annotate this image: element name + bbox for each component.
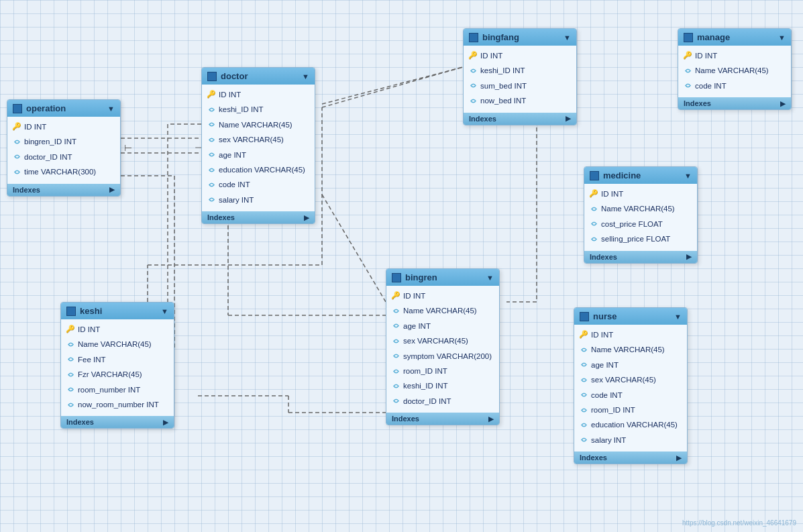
fk-icon <box>392 382 400 390</box>
field-text: code INT <box>591 389 623 401</box>
pk-icon: 🔑 <box>13 123 21 131</box>
table-icon <box>580 312 589 321</box>
fk-icon <box>13 168 21 176</box>
field-row: Name VARCHAR(45) <box>61 337 174 352</box>
field-row: Name VARCHAR(45) <box>202 117 315 132</box>
indexes-label: Indexes <box>392 415 419 423</box>
field-text: Name VARCHAR(45) <box>695 64 769 76</box>
fk-icon <box>392 322 400 330</box>
field-text: Fzr VARCHAR(45) <box>78 368 142 380</box>
table-bingfang: bingfang▼🔑ID INTkeshi_ID INTsum_bed INTn… <box>463 28 577 125</box>
field-text: bingren_ID INT <box>24 136 76 148</box>
table-nurse: nurse▼🔑ID INTName VARCHAR(45)age INTsex … <box>574 307 688 464</box>
table-header-operation[interactable]: operation▼ <box>7 100 120 117</box>
table-header-manage[interactable]: manage▼ <box>678 29 791 46</box>
table-header-nurse[interactable]: nurse▼ <box>574 308 687 325</box>
field-row: sex VARCHAR(45) <box>202 132 315 147</box>
table-title-nurse: nurse <box>593 311 617 321</box>
fk-icon <box>590 205 598 213</box>
field-text: age INT <box>219 149 246 161</box>
field-row: 🔑ID INT <box>61 322 174 337</box>
field-text: Name VARCHAR(45) <box>403 305 477 317</box>
field-text: Name VARCHAR(45) <box>601 203 675 215</box>
table-title-doctor: doctor <box>221 71 248 81</box>
header-arrow-icon: ▼ <box>302 72 309 81</box>
field-text: keshi_ID INT <box>480 64 525 76</box>
field-text: keshi_ID INT <box>219 103 263 115</box>
fk-icon <box>392 352 400 360</box>
field-row: education VARCHAR(45) <box>202 162 315 177</box>
fk-icon <box>580 436 588 444</box>
table-header-medicine[interactable]: medicine▼ <box>584 167 697 184</box>
field-text: room_number INT <box>78 384 140 396</box>
field-row: sex VARCHAR(45) <box>574 372 687 387</box>
field-row: doctor_ID INT <box>386 394 499 409</box>
field-row: code INT <box>574 388 687 403</box>
fk-icon <box>13 138 21 146</box>
svg-line-10 <box>322 195 386 302</box>
indexes-label: Indexes <box>590 253 617 261</box>
field-row: keshi_ID INT <box>464 63 576 78</box>
table-title-operation: operation <box>26 103 66 113</box>
watermark: https://blog.csdn.net/weixin_46641679 <box>682 519 796 527</box>
indexes-row-nurse[interactable]: Indexes▶ <box>574 451 687 464</box>
field-text: code INT <box>695 80 727 92</box>
table-header-bingren[interactable]: bingren▼ <box>386 269 499 286</box>
field-row: 🔑ID INT <box>464 48 576 63</box>
field-text: Fee INT <box>78 354 106 366</box>
table-icon <box>684 33 693 42</box>
field-text: education VARCHAR(45) <box>591 419 678 431</box>
fk-icon <box>590 220 598 228</box>
field-text: sum_bed INT <box>480 80 527 92</box>
fk-icon <box>207 166 215 174</box>
table-title-manage: manage <box>697 32 730 42</box>
indexes-row-bingfang[interactable]: Indexes▶ <box>464 113 576 125</box>
fk-icon <box>66 341 74 349</box>
field-text: ID INT <box>78 323 100 335</box>
field-text: salary INT <box>219 194 254 206</box>
field-text: room_ID INT <box>591 404 635 416</box>
table-header-bingfang[interactable]: bingfang▼ <box>464 29 576 46</box>
field-row: 🔑ID INT <box>202 87 315 102</box>
header-arrow-icon: ▼ <box>486 274 494 282</box>
field-row: Name VARCHAR(45) <box>386 303 499 318</box>
field-text: time VARCHAR(300) <box>24 166 96 178</box>
fk-icon <box>469 82 477 90</box>
field-row: room_ID INT <box>574 403 687 417</box>
field-row: code INT <box>678 78 791 93</box>
field-row: cost_price FLOAT <box>584 217 697 231</box>
fk-icon <box>66 401 74 409</box>
field-text: sex VARCHAR(45) <box>219 134 284 146</box>
field-row: 🔑ID INT <box>386 288 499 303</box>
fk-icon <box>392 337 400 345</box>
field-text: keshi_ID INT <box>403 380 447 392</box>
field-text: sex VARCHAR(45) <box>403 335 468 347</box>
fk-icon <box>392 307 400 315</box>
indexes-row-bingren[interactable]: Indexes▶ <box>386 413 499 425</box>
field-text: ID INT <box>695 50 717 62</box>
fk-icon <box>580 421 588 429</box>
fk-icon <box>207 151 215 159</box>
indexes-row-operation[interactable]: Indexes▶ <box>7 184 120 196</box>
field-text: age INT <box>403 320 431 332</box>
field-text: Name VARCHAR(45) <box>219 119 292 131</box>
table-header-doctor[interactable]: doctor▼ <box>202 68 315 85</box>
table-title-bingren: bingren <box>405 272 437 282</box>
pk-icon: 🔑 <box>590 190 598 198</box>
indexes-arrow-icon: ▶ <box>566 115 571 122</box>
fk-icon <box>469 97 477 105</box>
field-text: ID INT <box>591 329 613 341</box>
table-header-keshi[interactable]: keshi▼ <box>61 303 174 319</box>
fk-icon <box>207 136 215 144</box>
field-row: 🔑ID INT <box>678 48 791 63</box>
indexes-row-manage[interactable]: Indexes▶ <box>678 97 791 109</box>
field-row: salary INT <box>574 433 687 447</box>
indexes-row-doctor[interactable]: Indexes▶ <box>202 211 315 223</box>
field-row: age INT <box>202 148 315 162</box>
indexes-row-keshi[interactable]: Indexes▶ <box>61 416 174 428</box>
indexes-arrow-icon: ▶ <box>163 419 168 426</box>
indexes-row-medicine[interactable]: Indexes▶ <box>584 251 697 263</box>
field-row: Fzr VARCHAR(45) <box>61 367 174 382</box>
table-title-bingfang: bingfang <box>482 32 519 42</box>
field-row: sex VARCHAR(45) <box>386 333 499 348</box>
